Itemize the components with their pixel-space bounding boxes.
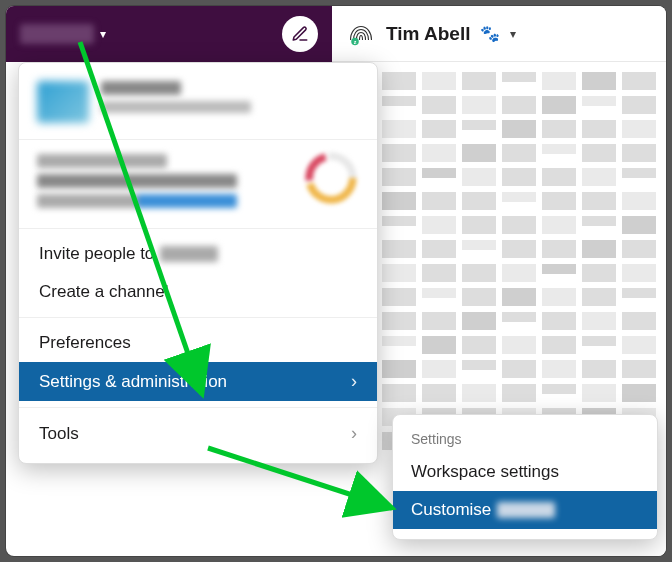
redacted-text [160,246,218,262]
channel-title: Tim Abell [386,23,470,45]
submenu-item-label: Customise [411,500,491,520]
submenu-heading: Settings [393,425,657,453]
chevron-down-icon: ▾ [100,27,106,41]
menu-item-label: Create a channel [39,282,168,302]
workspace-name-redacted [20,24,94,44]
menu-item-create-channel[interactable]: Create a channel [19,273,377,311]
paw-icon: 🐾 [480,24,500,43]
menu-item-label: Invite people to [39,244,154,264]
menu-header [19,77,377,139]
workspace-menu: Invite people to Create a channel Prefer… [18,62,378,464]
workspace-switcher[interactable]: ▾ [20,24,106,44]
progress-ring-icon [303,150,359,206]
settings-submenu: Settings Workspace settings Customise [392,414,658,540]
channel-header: z Tim Abell 🐾 ▾ [332,6,666,62]
menu-info-section [19,139,377,222]
menu-items: Invite people to Create a channel Prefer… [19,235,377,463]
chevron-right-icon: › [351,423,357,444]
app-frame: ▾ z Tim Abell 🐾 ▾ [6,6,666,556]
avatar-icon: z [346,19,376,49]
workspace-avatar-redacted [37,81,89,123]
blurred-content [342,72,656,450]
menu-item-tools[interactable]: Tools › [19,414,377,453]
sidebar-header: ▾ [6,6,332,62]
submenu-item-workspace-settings[interactable]: Workspace settings [393,453,657,491]
compose-button[interactable] [282,16,318,52]
menu-item-settings-admin[interactable]: Settings & administration › [19,362,377,401]
chevron-down-icon[interactable]: ▾ [510,27,516,41]
menu-item-label: Tools [39,424,79,444]
redacted-text [497,502,555,518]
redacted-text [37,194,237,208]
redacted-text [101,101,251,113]
redacted-text [37,174,237,188]
menu-item-invite[interactable]: Invite people to [19,235,377,273]
compose-icon [291,25,309,43]
redacted-text [101,81,181,95]
menu-item-preferences[interactable]: Preferences [19,324,377,362]
menu-item-label: Settings & administration [39,372,227,392]
menu-item-label: Preferences [39,333,131,353]
submenu-item-customise[interactable]: Customise [393,491,657,529]
redacted-text [37,154,167,168]
svg-text:z: z [354,38,357,44]
submenu-item-label: Workspace settings [411,462,559,482]
chevron-right-icon: › [351,371,357,392]
